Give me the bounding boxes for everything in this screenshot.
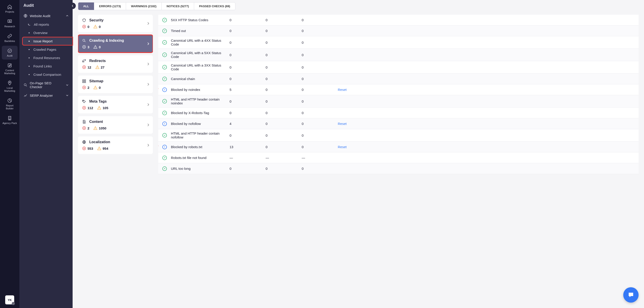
- rail-label: Agency Pack: [2, 122, 17, 125]
- rail-item-content-marketing[interactable]: Content Marketing: [2, 60, 18, 77]
- table-row[interactable]: ✓URL too long000: [158, 163, 638, 174]
- chevron-right-icon: [147, 62, 149, 66]
- chevron-right-icon: [147, 22, 149, 25]
- rail-item-local-marketing[interactable]: Local Marketing: [2, 78, 18, 95]
- chevron-up-icon: [66, 14, 68, 17]
- notice-icon: !: [162, 122, 167, 126]
- table-row[interactable]: ✓Blocked by X-Robots-Tag000: [158, 108, 638, 118]
- shield-icon: [82, 18, 86, 22]
- tab-errors[interactable]: ERRORS (1273): [94, 2, 126, 10]
- nav-item-found-links[interactable]: •Found Links: [22, 62, 72, 70]
- error-count: 2: [88, 86, 89, 90]
- table-row[interactable]: ✓Canonical URL with a 3XX Status Code000: [158, 61, 638, 74]
- chevron-right-icon: [147, 123, 149, 126]
- reset-link[interactable]: Reset: [338, 145, 346, 149]
- col-value-3: 0: [302, 53, 338, 57]
- nav-item-crawl-comparison[interactable]: •Crawl Comparison: [22, 70, 72, 78]
- tab-notices[interactable]: NOTICES (5277): [162, 2, 194, 10]
- bullet-icon: •: [28, 64, 30, 68]
- category-sitemap[interactable]: Sitemap20: [78, 76, 153, 93]
- user-avatar[interactable]: YK: [5, 295, 14, 304]
- check-icon: ✓: [162, 52, 167, 57]
- tab-all[interactable]: ALL: [78, 2, 94, 10]
- pin-icon: [7, 80, 12, 86]
- nav-item-crawled-pages[interactable]: •Crawled Pages: [22, 46, 72, 54]
- warning-count: 27: [101, 66, 105, 69]
- issue-name: Canonical chain: [171, 77, 230, 81]
- issue-name: Canonical URL with a 4XX Status Code: [171, 38, 230, 46]
- tab-passed[interactable]: PASSED CHECKS (69): [194, 2, 235, 10]
- category-name: Localization: [89, 140, 110, 144]
- chevron-right-icon: [147, 144, 149, 147]
- bullet-icon: •: [28, 56, 30, 60]
- reset-link[interactable]: Reset: [338, 88, 346, 92]
- category-security[interactable]: Security00: [78, 15, 153, 32]
- table-row[interactable]: ✓Timed out000: [158, 26, 638, 36]
- bullet-icon: •: [28, 73, 30, 76]
- nav-item-found-resources[interactable]: •Found Resources: [22, 54, 72, 62]
- table-row[interactable]: ✓5XX HTTP Status Codes000: [158, 15, 638, 26]
- category-name: Security: [89, 18, 104, 22]
- nav-item-overview[interactable]: •Overview: [22, 29, 72, 37]
- col-value-2: 0: [266, 29, 302, 33]
- nav-item-issue-report[interactable]: •Issue Report: [22, 37, 72, 45]
- table-row[interactable]: ✓HTML and HTTP header contain nofollow00…: [158, 129, 638, 142]
- table-row[interactable]: !Blocked by nofollow400Reset: [158, 118, 638, 129]
- rail-item-report-builder[interactable]: Report Builder: [2, 96, 18, 112]
- notice-icon: !: [162, 145, 167, 149]
- nav-section-on-page-seo-checker[interactable]: On-Page SEO Checker: [20, 79, 72, 91]
- col-value-3: 0: [302, 77, 338, 81]
- category-meta-tags[interactable]: Meta Tags112105: [78, 96, 153, 114]
- side-nav: Audit Website Audit All reports•Overview…: [20, 0, 72, 308]
- reset-link[interactable]: Reset: [338, 122, 346, 126]
- tab-warnings[interactable]: WARNINGS (2182): [126, 2, 162, 10]
- warning-icon: [93, 126, 98, 130]
- rail-item-backlinks[interactable]: Backlinks: [2, 31, 18, 45]
- category-redirects[interactable]: Redirects1227: [78, 55, 153, 73]
- rail-item-research[interactable]: Research: [2, 16, 18, 30]
- nav-section-website-audit[interactable]: Website Audit: [20, 12, 72, 20]
- nav-item-label: Found Links: [33, 64, 52, 68]
- table-row[interactable]: ✓Canonical URL with a 5XX Status Code000: [158, 49, 638, 61]
- error-count: 0: [88, 25, 89, 29]
- category-crawling-indexing[interactable]: Crawling & Indexing30: [78, 35, 153, 52]
- check-icon: ✓: [162, 133, 167, 138]
- category-localization[interactable]: Localization553954: [78, 136, 153, 154]
- nav-section-serp-analyzer[interactable]: SERP Analyzer: [20, 91, 72, 100]
- nav-title: Audit: [20, 2, 72, 12]
- filter-tabs: ALLERRORS (1273)WARNINGS (2182)NOTICES (…: [78, 2, 236, 10]
- svg-point-10: [83, 39, 85, 41]
- table-row[interactable]: ✓Canonical URL with a 4XX Status Code000: [158, 36, 638, 49]
- home-icon: [7, 4, 12, 10]
- col-value-2: 0: [266, 122, 302, 126]
- col-value-1: 5: [230, 88, 266, 92]
- col-value-1: —: [230, 156, 266, 160]
- monitor-icon: [7, 19, 12, 24]
- col-value-3: 0: [302, 111, 338, 115]
- rail-label: Backlinks: [4, 40, 15, 42]
- warning-icon: [93, 86, 98, 90]
- col-value-2: 0: [266, 167, 302, 170]
- category-content[interactable]: Content21050: [78, 116, 153, 134]
- table-row[interactable]: ✓HTML and HTTP header contain noindex000: [158, 95, 638, 108]
- rail-item-agency-pack[interactable]: Agency Pack: [2, 113, 18, 127]
- rail-label: Report Builder: [2, 104, 18, 110]
- error-icon: [82, 106, 86, 110]
- table-row[interactable]: ✓Canonical chain000: [158, 74, 638, 84]
- nav-item-all-reports[interactable]: All reports: [22, 20, 72, 28]
- rail-item-audit[interactable]: Audit: [2, 46, 18, 60]
- svg-point-2: [8, 49, 12, 53]
- chat-button[interactable]: [623, 287, 638, 302]
- svg-rect-16: [84, 82, 86, 83]
- warning-count: 105: [102, 106, 108, 110]
- table-row[interactable]: !Blocked by robots.txt1300Reset: [158, 142, 638, 152]
- table-row[interactable]: !Blocked by noindex500Reset: [158, 84, 638, 95]
- error-icon: [82, 146, 86, 150]
- issue-name: HTML and HTTP header contain noindex: [171, 98, 230, 105]
- col-value-2: 0: [266, 66, 302, 69]
- warning-count: 1050: [99, 126, 106, 130]
- col-value-3: 0: [302, 134, 338, 137]
- table-row[interactable]: ✓Robots.txt file not found———: [158, 152, 638, 163]
- nav-collapse-button[interactable]: [70, 3, 76, 9]
- rail-item-projects[interactable]: Projects: [2, 2, 18, 16]
